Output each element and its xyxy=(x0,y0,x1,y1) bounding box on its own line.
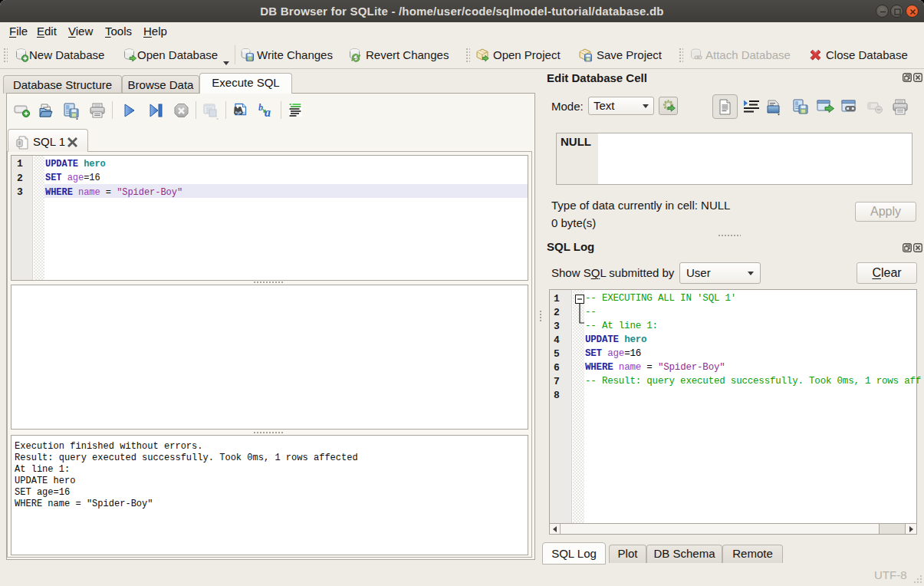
svg-text:b: b xyxy=(258,103,263,113)
svg-text:a: a xyxy=(265,106,271,117)
